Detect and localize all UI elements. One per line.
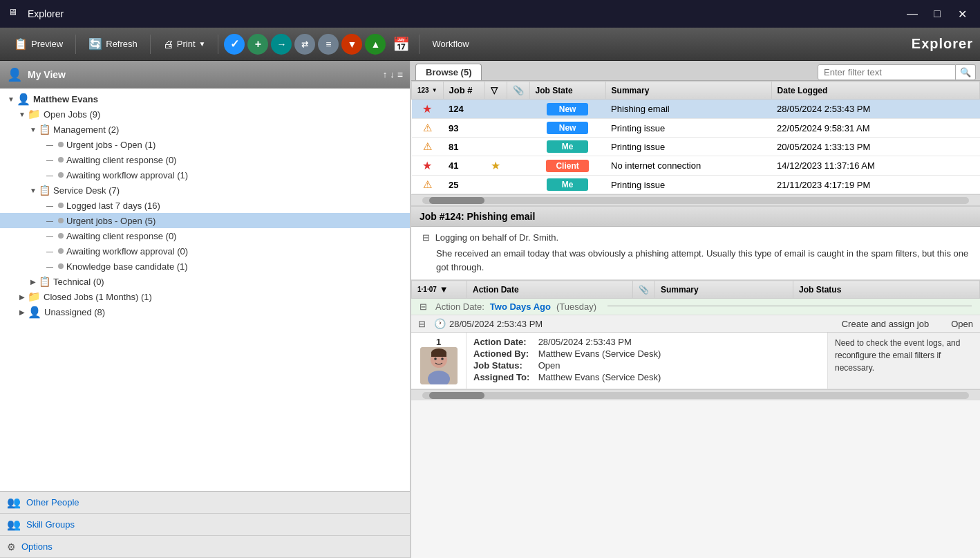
print-button[interactable]: 🖨 Print ▼ [156, 32, 213, 56]
options-icon: ⚙ [7, 541, 16, 552]
other-people-icon: 👥 [7, 496, 21, 509]
tree-await-workflow-mgmt[interactable]: — Awaiting workflow approval (1) [0, 167, 410, 183]
other-people-link[interactable]: Other People [26, 497, 79, 508]
tree-unassigned[interactable]: ▶ 👤 Unassigned (8) [0, 304, 410, 319]
avatar [420, 347, 458, 384]
close-button[interactable]: ✕ [952, 7, 972, 21]
th-action-status[interactable]: Job Status [793, 281, 980, 299]
avatar-image [420, 347, 458, 384]
table-row[interactable]: ⚠ 93 New Printing issue 22/05/2024 9:58:… [412, 119, 980, 138]
separator-1 [75, 35, 76, 54]
cell-job: 124 [443, 100, 484, 119]
tree-toggle-unassigned[interactable]: ▶ [17, 308, 28, 316]
th-action-clip[interactable]: 📎 [633, 281, 655, 299]
calendar-button[interactable]: 📅 [388, 32, 413, 56]
action-collapse-btn[interactable]: ⊟ [420, 301, 427, 312]
status-badge: Me [547, 140, 588, 153]
preview-button[interactable]: 📋 Preview [7, 32, 70, 56]
tree-toggle-sd[interactable]: ▼ [28, 187, 39, 194]
tree-container[interactable]: ▼ 👤 Matthew Evans ▼ 📁 Open Jobs (9) ▼ 📋 … [0, 89, 410, 491]
tree-logged7[interactable]: — Logged last 7 days (16) [0, 198, 410, 213]
workflow-button[interactable]: Workflow [425, 32, 475, 56]
down-button[interactable]: ▼ [341, 34, 362, 55]
tree-await-workflow-sd[interactable]: — Awaiting workflow approval (0) [0, 243, 410, 259]
refresh-button[interactable]: 🔄 Refresh [82, 32, 144, 56]
list-sd-icon: 📋 [39, 185, 50, 196]
tree-toggle-closed[interactable]: ▶ [17, 293, 28, 301]
table-row[interactable]: ★ 41 ★ Client No internet connection 14/… [412, 156, 980, 176]
th-flag[interactable]: ▽ [484, 82, 507, 100]
list-button[interactable]: ≡ [318, 34, 339, 55]
th-action-num[interactable]: 1·1·07 ▼ [412, 281, 467, 299]
up-button[interactable]: ▲ [365, 34, 386, 55]
action-date-day: (Tuesday) [556, 301, 596, 312]
skill-groups-link[interactable]: Skill Groups [26, 519, 75, 530]
sort-desc-icon[interactable]: ↓ [390, 69, 395, 80]
cell-job: 41 [443, 156, 484, 176]
th-job[interactable]: Job # [443, 82, 484, 100]
cell-icon: ⚠ [412, 138, 444, 156]
tree-toggle-management[interactable]: ▼ [28, 126, 39, 133]
date-divider [607, 306, 972, 306]
collapse-btn[interactable]: ⊟ [422, 232, 430, 243]
filter-input[interactable] [818, 64, 956, 80]
urgent-sd-label: Urgent jobs - Open (5) [66, 216, 156, 226]
detail-description: ⊟ Logging on behalf of Dr. Smith. She re… [411, 227, 980, 280]
tree-toggle-root[interactable]: ▼ [6, 95, 17, 103]
table-row[interactable]: ⚠ 25 Me Printing issue 21/11/2023 4:17:1… [412, 176, 980, 194]
tree-service-desk[interactable]: ▼ 📋 Service Desk (7) [0, 183, 410, 198]
bullet-icon [58, 142, 64, 147]
th-summary[interactable]: Summary [605, 82, 771, 100]
filter-search-button[interactable]: 🔍 [956, 64, 976, 80]
tree-await-client-mgmt[interactable]: — Awaiting client response (0) [0, 152, 410, 167]
tree-root-user[interactable]: ▼ 👤 Matthew Evans [0, 91, 410, 106]
window-controls: — □ ✕ [903, 7, 972, 21]
checkmark-button[interactable]: ✓ [224, 34, 245, 55]
options-link[interactable]: Options [21, 541, 53, 552]
maximize-button[interactable]: □ [927, 7, 947, 21]
other-people-item[interactable]: 👥 Other People [0, 492, 410, 514]
tree-await-client-sd[interactable]: — Awaiting client response (0) [0, 228, 410, 243]
table-row[interactable]: ⚠ 81 Me Printing issue 20/05/2024 1:33:1… [412, 138, 980, 156]
tree-urgent-sd[interactable]: — Urgent jobs - Open (5) [0, 213, 410, 228]
th-date[interactable]: Date Logged [771, 82, 979, 100]
options-item[interactable]: ⚙ Options [0, 536, 410, 558]
th-state[interactable]: Job State [529, 82, 605, 100]
tree-toggle-open-jobs[interactable]: ▼ [17, 111, 28, 118]
detail-scroll-thumb [429, 392, 484, 399]
skill-groups-item[interactable]: 👥 Skill Groups [0, 514, 410, 536]
th-clip[interactable]: 📎 [507, 82, 529, 100]
minimize-button[interactable]: — [903, 7, 922, 21]
sort-asc-icon[interactable]: ↑ [383, 69, 388, 80]
th-action-date[interactable]: Action Date [467, 281, 633, 299]
arrows-button[interactable]: ⇄ [294, 34, 315, 55]
cell-date: 28/05/2024 2:53:43 PM [771, 100, 979, 119]
tree-kb-candidate[interactable]: — Knowledge base candidate (1) [0, 259, 410, 274]
actioned-by-line: Actioned By: Matthew Evans (Service Desk… [473, 348, 820, 359]
add-button[interactable]: + [247, 34, 268, 55]
th-sort[interactable]: 123 ▼ [412, 82, 444, 100]
tree-toggle-technical[interactable]: ▶ [28, 278, 39, 286]
bullet-icon [58, 218, 64, 223]
th-action-summary[interactable]: Summary [655, 281, 793, 299]
action-header-row: ⊟ 🕐 28/05/2024 2:53:43 PM Create and ass… [411, 315, 980, 333]
action-row-collapse[interactable]: ⊟ [418, 319, 426, 329]
table-row[interactable]: ★ 124 New Phishing email 28/05/2024 2:53… [412, 100, 980, 119]
tree-technical[interactable]: ▶ 📋 Technical (0) [0, 274, 410, 289]
tree-open-jobs[interactable]: ▼ 📁 Open Jobs (9) [0, 106, 410, 122]
sort-123-icon: 123 [417, 86, 429, 94]
browse-tab[interactable]: Browse (5) [415, 64, 482, 80]
table-header-row: 123 ▼ Job # ▽ 📎 [412, 82, 980, 100]
detail-scroll-bar[interactable] [411, 389, 980, 400]
await-client-sd-label: Awaiting client response (0) [66, 231, 176, 241]
forward-button[interactable]: → [271, 34, 292, 55]
sort-arrow-icon: ▼ [432, 87, 437, 93]
tree-urgent-mgmt[interactable]: — Urgent jobs - Open (1) [0, 137, 410, 152]
filter-icon[interactable]: ≡ [397, 69, 403, 80]
tree-management[interactable]: ▼ 📋 Management (2) [0, 122, 410, 137]
tree-closed-jobs[interactable]: ▶ 📁 Closed Jobs (1 Months) (1) [0, 289, 410, 304]
clip-icon: 📎 [513, 85, 524, 95]
technical-label: Technical (0) [53, 277, 104, 287]
table-scroll-bar[interactable] [411, 194, 980, 205]
cell-flag [484, 138, 507, 156]
